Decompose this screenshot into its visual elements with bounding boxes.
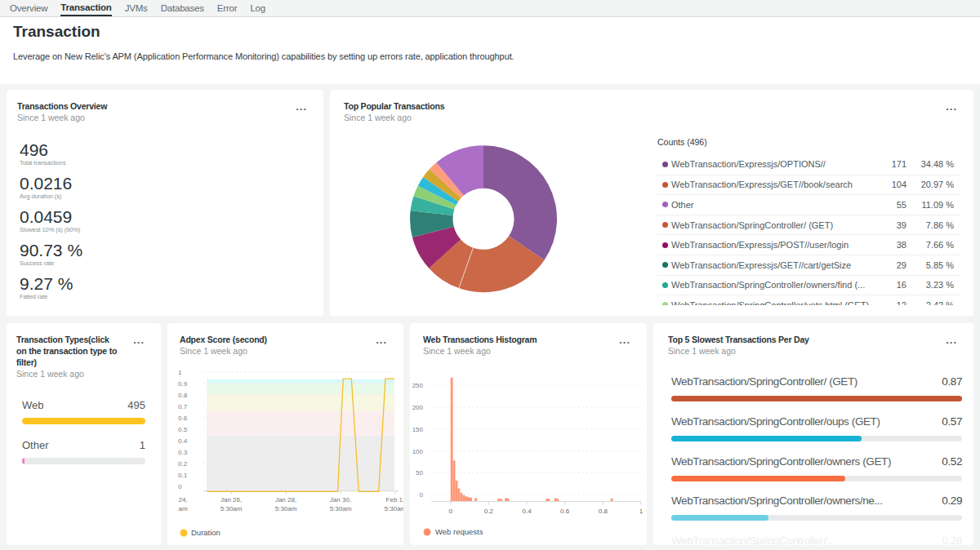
legend-row[interactable]: WebTransaction/Expressjs/POST//user/logi…	[657, 234, 961, 255]
svg-text:5:30am: 5:30am	[275, 505, 297, 512]
overview-metric: 496Total transactions	[20, 140, 82, 167]
histogram-bar	[453, 460, 456, 501]
slowest-transaction-row[interactable]: WebTransaction/SpringController/oups (GE…	[671, 415, 962, 441]
tab-error[interactable]: Error	[217, 0, 238, 16]
donut-slice[interactable]	[483, 145, 557, 259]
slowest-label: WebTransaction/SpringController/owners (…	[671, 455, 932, 469]
svg-text:250: 250	[412, 382, 424, 389]
histogram-bar	[467, 497, 470, 501]
transaction-types-list: Web495Other1	[22, 399, 145, 479]
svg-text:150: 150	[412, 426, 424, 433]
panel-menu-icon[interactable]: ...	[296, 103, 307, 111]
histogram-bar	[451, 378, 453, 502]
overview-metric: 0.0216Avg duration (s)	[20, 173, 82, 201]
panel-subtitle: Since 1 week ago	[17, 112, 296, 123]
legend-percent: 5.85 %	[906, 260, 954, 270]
svg-text:24,: 24,	[178, 496, 187, 503]
slowest-transaction-row[interactable]: WebTransaction/SpringController/ (GET)0.…	[671, 375, 962, 401]
slowest-label: WebTransaction/SpringController/oups (GE…	[671, 415, 932, 429]
svg-text:0.8: 0.8	[178, 392, 188, 399]
histogram-chart: 05010015020025000.20.40.60.81Web request…	[410, 323, 647, 545]
slowest-value: 0.87	[942, 375, 962, 389]
histogram-bar	[462, 495, 465, 502]
histogram-bar	[465, 496, 467, 501]
legend-transaction-name: WebTransaction/Expressjs/POST//user/logi…	[671, 240, 874, 250]
svg-text:0.4: 0.4	[522, 508, 532, 515]
histogram-bar	[611, 499, 613, 502]
overview-metric: 9.27 %Failed rate	[20, 273, 82, 301]
slowest-label: WebTransaction/SpringController/owners/n…	[671, 494, 932, 508]
legend-dot-icon	[662, 162, 668, 167]
histogram-bar	[460, 493, 462, 502]
histogram-bar	[456, 481, 458, 502]
legend-count: 39	[874, 220, 906, 230]
legend-transaction-name: WebTransaction/SpringController/ (GET)	[671, 220, 874, 230]
svg-text:0.3: 0.3	[178, 449, 188, 456]
legend-row[interactable]: WebTransaction/Expressjs/GET//book/searc…	[657, 175, 961, 195]
legend-row[interactable]: WebTransaction/SpringController/vets.htm…	[657, 295, 961, 305]
histogram-bar	[555, 498, 557, 501]
page-title: Transaction	[13, 24, 100, 40]
svg-text:0.9: 0.9	[178, 380, 188, 388]
page-description: Leverage on New Relic's APM (Application…	[13, 51, 514, 62]
histogram-bar	[474, 498, 477, 501]
slowest-value: 0.28	[942, 534, 962, 545]
tab-bar: OverviewTransactionJVMsDatabasesErrorLog	[0, 0, 980, 17]
tab-transaction[interactable]: Transaction	[60, 0, 111, 16]
tab-log[interactable]: Log	[250, 0, 265, 16]
slowest-bar	[671, 436, 962, 441]
slowest-bar	[671, 515, 962, 521]
svg-text:0.6: 0.6	[178, 415, 188, 422]
panel-transaction-types: Transaction Types(click on the transacti…	[7, 323, 161, 545]
legend-row[interactable]: WebTransaction/SpringController/owners/f…	[657, 275, 961, 295]
panel-menu-icon[interactable]: ...	[133, 336, 145, 344]
panel-menu-icon[interactable]: ...	[946, 336, 957, 344]
overview-metric: 0.0459Slowest 10% (s) (90%)	[20, 206, 82, 234]
legend-dot-icon	[662, 262, 668, 268]
slowest-transaction-row[interactable]: WebTransaction/SpringController/...0.28	[671, 534, 962, 545]
histogram-bar	[497, 499, 500, 502]
legend-row[interactable]: WebTransaction/SpringController/ (GET)39…	[657, 215, 961, 235]
svg-text:0: 0	[420, 491, 424, 499]
legend-transaction-name: WebTransaction/Expressjs/GET//cart/getSi…	[671, 260, 874, 270]
overview-metrics: 496Total transactions0.0216Avg duration …	[20, 140, 82, 307]
legend-dot-icon	[662, 242, 668, 248]
svg-text:Feb 1,: Feb 1,	[386, 496, 403, 503]
svg-text:1: 1	[178, 369, 182, 376]
panel-slowest-transactions: Top 5 Slowest Transactions Per Day Since…	[653, 323, 973, 545]
panel-adpex-score: Adpex Score (second) Since 1 week ago ..…	[167, 323, 403, 545]
svg-text:0.7: 0.7	[178, 403, 188, 410]
slowest-value: 0.52	[942, 455, 962, 469]
histogram-bar	[457, 489, 460, 502]
panel-top-popular-transactions: Top Popular Transactions Since 1 week ag…	[330, 90, 973, 316]
svg-text:0.6: 0.6	[560, 508, 570, 515]
slowest-transaction-row[interactable]: WebTransaction/SpringController/owners (…	[671, 455, 962, 481]
adpex-chart: 10.90.80.70.60.50.40.30.20.1024,amJan 26…	[167, 323, 403, 545]
legend-row[interactable]: WebTransaction/Expressjs/GET//cart/getSi…	[657, 255, 961, 275]
slowest-label: WebTransaction/SpringController/ (GET)	[671, 375, 932, 389]
slowest-value: 0.29	[942, 494, 962, 508]
svg-text:0.2: 0.2	[178, 460, 188, 468]
transaction-type-row[interactable]: Other1	[22, 439, 145, 464]
transaction-type-row[interactable]: Web495	[22, 399, 145, 424]
type-bar	[22, 458, 145, 464]
overview-metric: 90.73 %Success rate	[20, 240, 82, 268]
slowest-label: WebTransaction/SpringController/...	[671, 534, 932, 545]
svg-text:am: am	[178, 505, 187, 512]
legend-row[interactable]: Other5511.09 %	[657, 194, 961, 215]
tab-databases[interactable]: Databases	[161, 0, 204, 16]
svg-text:0: 0	[448, 508, 452, 515]
legend-dot-icon	[662, 222, 668, 228]
panel-transactions-overview: Transactions Overview Since 1 week ago .…	[7, 90, 323, 316]
adpex-line-chart: 10.90.80.70.60.50.40.30.20.1024,amJan 26…	[167, 323, 403, 545]
svg-text:5:30am: 5:30am	[220, 505, 243, 512]
tab-jvms[interactable]: JVMs	[125, 0, 148, 16]
tab-overview[interactable]: Overview	[10, 0, 47, 16]
metric-label: Total transactions	[20, 158, 82, 167]
slowest-transaction-row[interactable]: WebTransaction/SpringController/owners/n…	[671, 494, 962, 521]
type-label: Other	[22, 439, 49, 452]
page-header: Transaction Leverage on New Relic's APM …	[0, 17, 980, 84]
legend-row[interactable]: WebTransaction/Expressjs/OPTIONS//17134.…	[657, 154, 961, 175]
panel-subtitle: Since 1 week ago	[16, 368, 121, 379]
legend-count: 29	[874, 260, 906, 270]
